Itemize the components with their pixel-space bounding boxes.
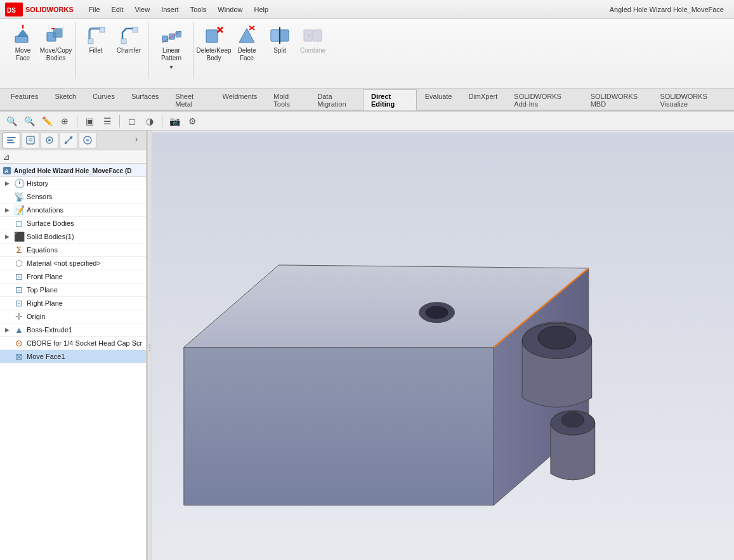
- view-settings-button[interactable]: ☰: [100, 114, 115, 129]
- menu-item-edit[interactable]: Edit: [107, 4, 129, 15]
- tab-solidworks-visualize[interactable]: SOLIDWORKS Visualize: [652, 89, 731, 110]
- move-copy-label: Move/CopyBodies: [40, 47, 72, 62]
- svg-marker-5: [22, 25, 24, 26]
- tab-sketch[interactable]: Sketch: [46, 89, 84, 110]
- tree-label-right-plane: Right Plane: [27, 299, 63, 307]
- move-face-button[interactable]: MoveFace: [8, 22, 38, 65]
- tree-item-surface-bodies[interactable]: ◻Surface Bodies: [0, 217, 146, 230]
- tree-tab-dimxpert[interactable]: [60, 132, 77, 148]
- tree-arrow-boss-extrude1: ▶: [5, 327, 11, 333]
- tree-tab-configurationmanager[interactable]: [41, 132, 58, 148]
- toolbar-row: MoveFace Move/CopyBodies Fi: [0, 19, 734, 89]
- tree-item-boss-extrude1[interactable]: ▶▲Boss-Extrude1: [0, 323, 146, 337]
- tree-item-top-plane[interactable]: ⊡Top Plane: [0, 283, 146, 297]
- tab-solidworks-addins[interactable]: SOLIDWORKS Add-Ins: [506, 89, 582, 110]
- svg-rect-15: [176, 32, 181, 37]
- tree-tab-displaymanager[interactable]: [79, 132, 96, 148]
- tree-tab-featuremanager[interactable]: [3, 132, 20, 148]
- fillet-button[interactable]: Fillet: [81, 22, 111, 58]
- tab-direct-editing[interactable]: Direct Editing: [363, 89, 417, 110]
- combine-label: Combine: [300, 47, 325, 55]
- menu-item-view[interactable]: View: [129, 4, 155, 15]
- resize-handle[interactable]: [147, 131, 152, 560]
- tab-evaluate[interactable]: Evaluate: [417, 89, 461, 110]
- tree-item-origin[interactable]: ✛Origin: [0, 310, 146, 323]
- chamfer-label: Chamfer: [117, 47, 141, 55]
- tree-item-move-face1[interactable]: ⊠Move Face1: [0, 350, 146, 363]
- chamfer-button[interactable]: Chamfer: [114, 22, 144, 58]
- tree-label-history: History: [27, 179, 48, 187]
- tree-item-cbore[interactable]: ⊙CBORE for 1/4 Socket Head Cap Scr: [0, 337, 146, 350]
- tab-features[interactable]: Features: [3, 89, 46, 110]
- section-view-button[interactable]: ▣: [82, 114, 97, 129]
- pan-tool-button[interactable]: ⊕: [57, 114, 72, 129]
- delete-face-label: DeleteFace: [238, 47, 256, 62]
- menu-item-window[interactable]: Window: [213, 4, 247, 15]
- tab-mold-tools[interactable]: Mold Tools: [265, 89, 309, 110]
- feature-tree-panel: › ⊿ A Angled Hole Wizard Hole_MoveFace (…: [0, 131, 147, 560]
- move-copy-bodies-button[interactable]: Move/CopyBodies: [41, 22, 71, 65]
- extrude-icon: ▲: [14, 325, 24, 335]
- toolbar-group-modify: Delete/KeepBody DeleteFace Split: [195, 22, 332, 79]
- tree-tab-bar: ›: [0, 131, 146, 150]
- tree-item-equations[interactable]: ΣEquations: [0, 244, 146, 257]
- tree-item-sensors[interactable]: 📡Sensors: [0, 190, 146, 204]
- zoom-to-fit-button[interactable]: 🔍: [4, 114, 19, 129]
- tree-expand-button[interactable]: ›: [129, 132, 143, 146]
- tree-item-solid-bodies[interactable]: ▶⬛Solid Bodies(1): [0, 230, 146, 244]
- tree-item-annotations[interactable]: ▶📝Annotations: [0, 204, 146, 217]
- tab-curves[interactable]: Curves: [84, 89, 123, 110]
- separator: [162, 115, 162, 127]
- menu-item-insert[interactable]: Insert: [156, 4, 184, 15]
- split-label: Split: [273, 47, 285, 55]
- title-bar: DS SOLIDWORKS FileEditViewInsertToolsWin…: [0, 0, 734, 19]
- appearance-button[interactable]: ◑: [142, 114, 157, 129]
- window-title: Angled Hole Wizard Hole_MoveFace: [610, 6, 724, 13]
- linear-pattern-button[interactable]: LinearPattern ▼: [154, 22, 189, 74]
- filter-icon[interactable]: ⊿: [3, 152, 10, 162]
- menu-item-tools[interactable]: Tools: [185, 4, 212, 15]
- plane-icon: ⊡: [14, 298, 24, 308]
- menu-item-file[interactable]: File: [84, 4, 105, 15]
- zoom-in-button[interactable]: 🔍: [22, 114, 37, 129]
- tab-data-migration[interactable]: Data Migration: [309, 89, 363, 110]
- tree-item-front-plane[interactable]: ⊡Front Plane: [0, 270, 146, 283]
- svg-text:+: +: [307, 32, 311, 39]
- 3d-viewport[interactable]: [152, 131, 734, 560]
- move-face-label: MoveFace: [15, 47, 30, 62]
- view-orientation-button[interactable]: 📷: [167, 114, 182, 129]
- split-button[interactable]: Split: [265, 22, 295, 58]
- tab-sheet-metal[interactable]: Sheet Metal: [167, 89, 214, 110]
- tab-solidworks-mbd[interactable]: SOLIDWORKS MBD: [582, 89, 652, 110]
- tree-arrow-solid-bodies: ▶: [5, 233, 11, 240]
- tree-tab-propertymanager[interactable]: [22, 132, 39, 148]
- select-tool-button[interactable]: ✏️: [39, 114, 55, 129]
- svg-point-36: [48, 139, 51, 141]
- tab-weldments[interactable]: Weldments: [214, 89, 265, 110]
- menu-bar[interactable]: FileEditViewInsertToolsWindowHelp: [84, 4, 273, 15]
- tree-item-right-plane[interactable]: ⊡Right Plane: [0, 297, 146, 310]
- svg-rect-9: [88, 39, 93, 44]
- ribbon: MoveFace Move/CopyBodies Fi: [0, 19, 734, 112]
- tree-item-material[interactable]: ⬡Material <not specified>: [0, 257, 146, 270]
- menu-item-help[interactable]: Help: [249, 4, 273, 15]
- tree-label-top-plane: Top Plane: [27, 286, 58, 294]
- tree-label-sensors: Sensors: [27, 193, 52, 200]
- origin-icon: ✛: [14, 311, 24, 322]
- svg-marker-20: [239, 29, 254, 42]
- display-style-button[interactable]: ◻: [124, 114, 140, 129]
- tree-item-history[interactable]: ▶🕐History: [0, 177, 146, 190]
- solid-icon: ⬛: [14, 231, 24, 242]
- settings-button[interactable]: ⚙: [185, 114, 200, 129]
- tree-label-solid-bodies: Solid Bodies(1): [27, 233, 74, 240]
- svg-point-50: [538, 327, 576, 349]
- delete-keep-body-button[interactable]: Delete/KeepBody: [199, 22, 229, 65]
- combine-button[interactable]: + Combine: [298, 22, 328, 58]
- svg-rect-32: [27, 136, 34, 144]
- svg-rect-7: [53, 29, 62, 37]
- delete-face-button[interactable]: DeleteFace: [232, 22, 262, 65]
- tab-dimxpert[interactable]: DimXpert: [460, 89, 506, 110]
- svg-point-55: [426, 306, 449, 319]
- tab-surfaces[interactable]: Surfaces: [123, 89, 167, 110]
- hole-icon: ⊙: [14, 338, 24, 348]
